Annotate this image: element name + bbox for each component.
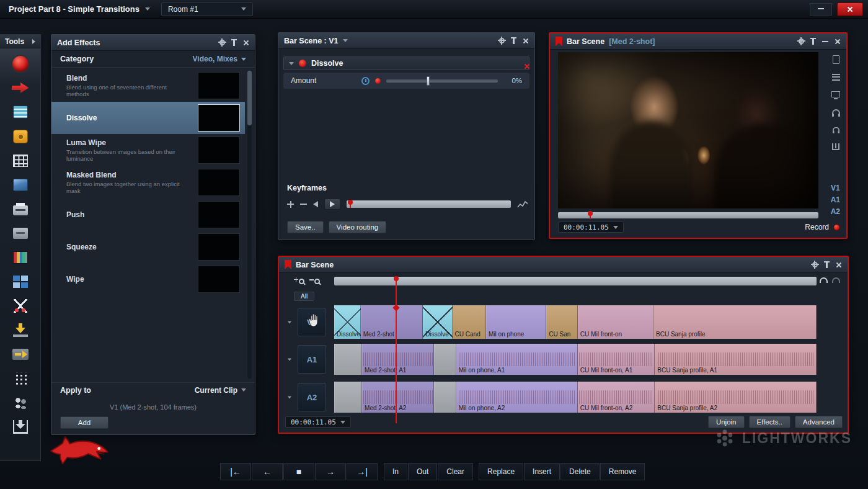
tool-grid-button[interactable] [0,148,40,173]
scrubber-position-marker[interactable] [348,200,353,208]
stop-button[interactable]: ■ [283,463,314,480]
viewer-scrubber[interactable] [558,212,818,218]
room-selector[interactable]: Room #1 [161,2,253,16]
tools-header[interactable]: Tools [0,35,40,48]
step-back-button[interactable]: ← [252,463,283,480]
settings-gear-icon[interactable] [799,38,804,44]
clip-blank[interactable] [334,344,362,375]
clear-button[interactable]: Clear [438,463,473,480]
tool-import-button[interactable] [0,318,40,342]
remove-keyframe-icon[interactable] [300,204,307,205]
viewer-headphones-button[interactable] [830,107,842,117]
effects-scrollbar[interactable] [247,71,252,379]
undo-icon[interactable] [820,277,828,283]
delete-button[interactable]: Delete [560,463,600,480]
record-control[interactable]: Record [805,223,840,231]
chevron-down-icon[interactable] [343,39,348,42]
playhead-marker[interactable] [588,211,593,219]
track-collapse-button[interactable] [287,396,298,399]
clip-dissolve[interactable]: Dissolve [334,305,361,339]
pin-icon[interactable] [810,38,816,45]
tool-archive-button[interactable] [0,221,40,245]
advanced-button[interactable]: Advanced [795,416,843,428]
tool-eject-button[interactable] [0,415,40,439]
slider-handle[interactable] [427,76,430,86]
effect-row-luma-wipe[interactable]: Luma WipeTransition between images based… [51,134,245,166]
tool-users-button[interactable] [0,390,40,415]
timeline-timecode[interactable]: 00:00:11.05 [285,416,351,428]
effect-row-push[interactable]: Push [51,199,245,231]
redo-icon[interactable] [832,277,840,283]
track-header-a2[interactable]: A2 [298,383,326,411]
clip-bcu-sanja-profile[interactable]: BCU Sanja profile [653,305,817,339]
track-header-a1[interactable]: A1 [298,345,326,374]
viewer-headset-button[interactable] [830,124,842,134]
zoom-all-button[interactable]: All [294,292,314,301]
effect-row-wipe[interactable]: Wipe [51,263,245,295]
tool-insert-arrow-button[interactable] [0,76,40,100]
viewer-track-v1[interactable]: V1 [831,184,840,192]
effect-row-squeeze[interactable]: Squeeze [51,231,245,263]
video-preview[interactable] [558,52,818,209]
tool-racks-button[interactable] [0,245,40,269]
save-button[interactable]: Save.. [287,221,324,233]
viewer-levels-button[interactable] [830,141,842,151]
go-to-start-button[interactable]: |← [220,463,251,480]
clip-med-2-shot[interactable]: Med 2-shot [361,305,423,339]
tool-bin-button[interactable] [0,173,40,197]
unjoin-button[interactable]: Unjoin [708,416,745,428]
tool-razor-button[interactable] [0,294,40,318]
tool-keypad-button[interactable] [0,366,40,390]
track-collapse-button[interactable] [287,358,298,361]
collapse-icon[interactable] [289,62,294,65]
replace-button[interactable]: Replace [479,463,523,480]
viewer-file-button[interactable] [830,55,842,65]
settings-gear-icon[interactable] [812,262,818,267]
settings-gear-icon[interactable] [499,38,505,43]
viewer-timecode[interactable]: 00:00:11.05 [558,222,624,233]
tool-record-button[interactable] [0,52,40,76]
track-collapse-button[interactable] [287,321,298,324]
apply-to-dropdown[interactable]: Current Clip [195,386,246,395]
amount-slider[interactable] [386,79,498,83]
remove-button[interactable]: Remove [600,463,645,480]
effect-row-masked-blend[interactable]: Masked BlendBlend two images together us… [51,166,245,199]
project-selector[interactable]: Project Part 8 - Simple Transitions [5,2,154,17]
insert-button[interactable]: Insert [524,463,560,480]
tool-export-button[interactable] [0,342,40,366]
tool-reel-button[interactable] [0,124,40,148]
minimize-panel-icon[interactable] [822,41,828,42]
bookmark-flag-icon[interactable] [556,37,562,46]
minimize-button[interactable] [810,3,832,16]
keyframe-clock-icon[interactable] [361,77,370,85]
clip-mil-on-phone[interactable]: Mil on phone [486,305,546,339]
clip-cu-cand[interactable]: CU Cand [453,305,486,339]
effect-row-blend[interactable]: BlendBlend using one of seventeen differ… [51,70,245,102]
scrollbar-thumb[interactable] [247,71,252,125]
clip-mil-on-phone-a1[interactable]: Mil on phone, A1 [456,344,578,375]
video-routing-button[interactable]: Video routing [329,221,387,233]
close-panel-icon[interactable] [523,38,529,44]
settings-gear-icon[interactable] [219,40,225,45]
timeline-ruler[interactable] [334,277,817,285]
clip-cu-mil-front-on[interactable]: CU Mil front-on [578,305,653,339]
tool-tiles-button[interactable] [0,100,40,124]
pin-icon[interactable] [824,261,830,268]
clip-blank[interactable] [434,344,456,375]
tool-printer-button[interactable] [0,197,40,221]
viewer-track-a2[interactable]: A2 [831,207,840,216]
clip-med-2-shot-a1[interactable]: Med 2-shot, A1 [362,344,434,375]
close-panel-icon[interactable] [836,262,842,268]
clip-cu-mil-front-on-a2[interactable]: CU Mil front-on, A2 [578,382,655,413]
clip-blank[interactable] [334,382,362,413]
add-keyframe-icon[interactable] [287,201,294,208]
effects-button[interactable]: Effects.. [749,416,790,428]
zoom-out-button[interactable] [309,277,320,284]
close-panel-icon[interactable] [243,40,249,46]
clip-mil-on-phone-a2[interactable]: Mil on phone, A2 [456,382,578,413]
go-to-end-button[interactable]: →| [347,463,378,480]
tool-add-remove-button[interactable] [0,269,40,294]
viewer-track-a1[interactable]: A1 [831,195,840,204]
clip-cu-san[interactable]: CU San [546,305,578,339]
close-panel-icon[interactable] [835,38,841,45]
